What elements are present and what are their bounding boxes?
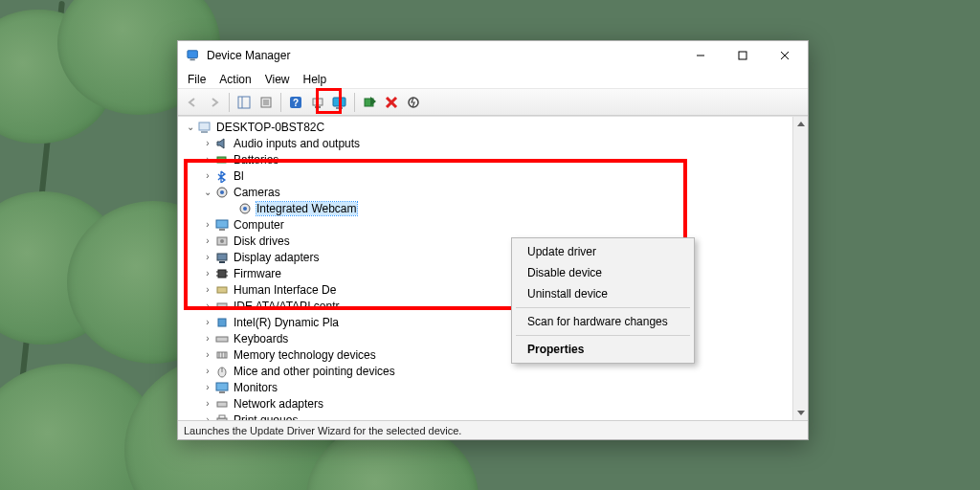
minimize-button[interactable] [679, 41, 722, 70]
network-icon [214, 396, 230, 412]
show-hide-tree-button[interactable] [234, 92, 255, 113]
expand-icon[interactable]: › [201, 235, 214, 246]
vertical-scrollbar[interactable] [792, 117, 808, 420]
tree-node-ide[interactable]: › IDE ATA/ATAPI contr [178, 298, 792, 314]
expand-icon[interactable]: › [201, 333, 214, 344]
tree-node-audio[interactable]: › Audio inputs and outputs [178, 135, 792, 151]
tree-label: Display adapters [234, 251, 319, 264]
expand-icon[interactable]: › [201, 398, 214, 409]
tree-node-bluetooth[interactable]: › Bl [178, 167, 792, 184]
tree-label: IDE ATA/ATAPI contr [234, 300, 339, 313]
maximize-button[interactable] [722, 41, 764, 70]
toolbar: ? [178, 89, 808, 116]
svg-text:?: ? [293, 98, 299, 108]
expand-icon[interactable]: › [201, 349, 214, 360]
tree-node-computer[interactable]: › Computer [178, 216, 792, 233]
monitor-icon [214, 380, 230, 395]
back-button[interactable] [182, 92, 203, 113]
uninstall-device-button[interactable] [381, 92, 402, 113]
expand-icon[interactable]: › [201, 252, 214, 262]
menu-help[interactable]: Help [298, 72, 333, 87]
tree-node-memory[interactable]: › Memory technology devices [178, 346, 792, 363]
ctx-scan-hardware[interactable]: Scan for hardware changes [514, 311, 692, 332]
printer-icon [214, 412, 230, 421]
tree-label: Integrated Webcam [256, 202, 357, 215]
tree-node-intel-dynamic[interactable]: › Intel(R) Dynamic Pla [178, 314, 792, 330]
svg-rect-51 [216, 383, 228, 390]
tree-label: Audio inputs and outputs [234, 137, 360, 150]
properties-button[interactable] [256, 92, 277, 113]
tree-label: Mice and other pointing devices [234, 365, 395, 378]
titlebar[interactable]: Device Manager [178, 41, 808, 70]
update-driver-button[interactable] [329, 92, 350, 113]
hid-icon [214, 282, 230, 298]
expand-icon[interactable]: › [201, 284, 214, 295]
menu-view[interactable]: View [259, 72, 296, 87]
svg-rect-15 [315, 106, 321, 108]
tree-node-mice[interactable]: › Mice and other pointing devices [178, 363, 792, 379]
tree-root-label: DESKTOP-0BST82C [216, 121, 324, 134]
app-icon [186, 48, 201, 63]
status-text: Launches the Update Driver Wizard for th… [184, 425, 461, 436]
mouse-icon [214, 364, 230, 379]
toolbar-separator [280, 93, 281, 112]
expand-icon[interactable]: › [201, 268, 214, 278]
svg-rect-44 [216, 337, 228, 342]
svg-rect-30 [216, 220, 228, 228]
firmware-icon [214, 266, 230, 281]
expand-icon[interactable]: › [201, 382, 214, 392]
tree-node-print-queues[interactable]: › Print queues [178, 412, 792, 420]
scan-hardware-button[interactable] [307, 92, 328, 113]
memory-icon [214, 347, 230, 363]
tree-node-batteries[interactable]: › Batteries [178, 151, 792, 167]
tree-root[interactable]: ⌄ DESKTOP-0BST82C [178, 119, 792, 135]
svg-point-27 [220, 190, 224, 194]
svg-rect-43 [218, 319, 226, 326]
tree-node-hid[interactable]: › Human Interface De [178, 281, 792, 298]
collapse-icon[interactable]: ⌄ [201, 187, 214, 197]
tree-node-integrated-webcam[interactable]: Integrated Webcam [178, 200, 792, 216]
device-tree[interactable]: ⌄ DESKTOP-0BST82C › Audio inputs and out… [178, 117, 792, 420]
content-area: ⌄ DESKTOP-0BST82C › Audio inputs and out… [178, 116, 808, 420]
expand-icon[interactable]: › [201, 366, 214, 376]
expand-icon[interactable]: › [201, 414, 214, 420]
display-adapter-icon [214, 250, 230, 265]
battery-icon [214, 152, 230, 167]
ctx-disable-device[interactable]: Disable device [514, 262, 692, 283]
expand-icon[interactable]: › [201, 219, 214, 230]
tree-label: Cameras [234, 186, 280, 199]
keyboard-icon [214, 331, 230, 346]
tree-node-cameras[interactable]: ⌄ Cameras [178, 184, 792, 200]
disable-device-button[interactable] [403, 92, 424, 113]
collapse-icon[interactable]: ⌄ [184, 122, 197, 132]
expand-icon[interactable]: › [201, 170, 214, 181]
ide-icon [214, 299, 230, 314]
svg-rect-35 [219, 261, 225, 263]
svg-rect-0 [188, 51, 198, 58]
ctx-uninstall-device[interactable]: Uninstall device [514, 283, 692, 304]
help-button[interactable]: ? [285, 92, 306, 113]
svg-rect-25 [226, 159, 228, 161]
svg-rect-22 [199, 122, 210, 130]
svg-rect-36 [218, 270, 226, 278]
forward-button[interactable] [204, 92, 225, 113]
tree-node-disk-drives[interactable]: › Disk drives [178, 233, 792, 249]
svg-rect-3 [739, 52, 746, 59]
expand-icon[interactable]: › [201, 317, 214, 327]
menu-action[interactable]: Action [213, 72, 256, 87]
menu-file[interactable]: File [182, 72, 212, 87]
svg-rect-24 [217, 157, 226, 163]
close-button[interactable] [764, 41, 806, 70]
expand-icon[interactable]: › [201, 154, 214, 165]
ctx-update-driver[interactable]: Update driver [514, 241, 692, 262]
expand-icon[interactable]: › [201, 301, 214, 311]
tree-node-display-adapters[interactable]: › Display adapters [178, 249, 792, 265]
ctx-properties[interactable]: Properties [514, 339, 692, 360]
tree-node-network[interactable]: › Network adapters [178, 395, 792, 412]
tree-node-monitors[interactable]: › Monitors [178, 379, 792, 395]
svg-rect-41 [217, 287, 227, 293]
tree-node-keyboards[interactable]: › Keyboards [178, 330, 792, 346]
tree-node-firmware[interactable]: › Firmware [178, 265, 792, 281]
expand-icon[interactable]: › [201, 138, 214, 148]
enable-device-button[interactable] [359, 92, 380, 113]
